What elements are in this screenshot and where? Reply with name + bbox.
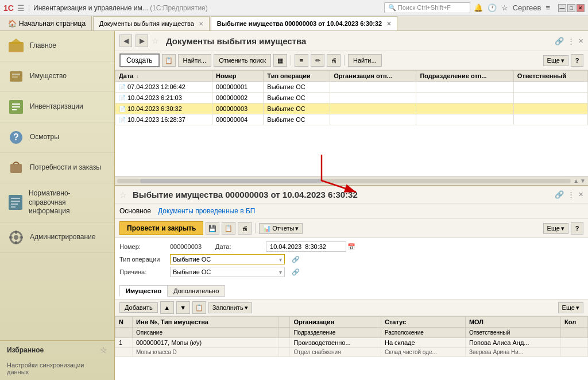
tab-main[interactable]: Основное <box>119 206 151 216</box>
form-header: ☆ Выбытие имущества 000000003 от 10.04.2… <box>115 186 588 204</box>
doc-list-star-icon[interactable]: ☆ <box>152 36 159 45</box>
inner-table-header: N Инв №, Тип имущества Организация Стату… <box>115 317 588 328</box>
scroll-down-icon[interactable]: ▼ <box>580 178 586 184</box>
forward-button[interactable]: ▶ <box>136 34 148 47</box>
sidebar-sync[interactable]: Настройки синхронизации данных <box>0 359 114 380</box>
reports-icon: 📊 <box>263 225 271 232</box>
cancel-search-button[interactable]: Отменить поиск <box>214 54 271 67</box>
tab-doc-list-close[interactable]: ✕ <box>199 21 203 27</box>
form-row-optype: Тип операции Выбытие ОС ▾ 🔗 <box>119 254 583 264</box>
find-button[interactable]: Найти... <box>178 54 212 67</box>
sidebar-item-inspections[interactable]: ? Осмотры <box>0 122 114 153</box>
tab-doc-list[interactable]: Документы выбытия имущества ✕ <box>93 16 210 30</box>
move-up-icon[interactable]: ▲ <box>160 301 174 314</box>
find2-button[interactable]: Найти... <box>348 54 382 67</box>
form-more-button[interactable]: Еще ▾ <box>543 223 568 234</box>
doc-list-link-icon[interactable]: 🔗 <box>555 37 564 45</box>
inner-tab-extra[interactable]: Дополнительно <box>167 285 225 297</box>
col-date: Дата ↓ <box>115 71 212 82</box>
window-controls[interactable]: — □ ✕ <box>558 4 585 12</box>
form-help-button[interactable]: ? <box>571 222 583 235</box>
form-copy-icon[interactable]: 📋 <box>222 222 235 235</box>
move-down-icon[interactable]: ▼ <box>176 301 190 314</box>
sidebar-item-normative[interactable]: Нормативно-справочная информация <box>0 183 114 222</box>
inner-subcell-qty <box>561 348 588 357</box>
table-row[interactable]: 📄07.04.2023 12:06:42 000000001 Выбытие О… <box>115 82 588 93</box>
submit-button[interactable]: Провести и закрыть <box>119 221 203 235</box>
sidebar-item-property[interactable]: Имущество <box>0 62 114 92</box>
calendar-icon[interactable]: 📅 <box>347 243 355 251</box>
global-search[interactable]: 🔍 Поиск Ctrl+Shift+F <box>384 2 470 13</box>
sidebar-item-inventory[interactable]: Инвентаризации <box>0 92 114 122</box>
edit-icon[interactable]: ✏ <box>311 54 324 67</box>
tab-docs-link[interactable]: Документы проведенные в БП <box>158 207 255 215</box>
home-tab-label: Начальная страница <box>19 20 86 28</box>
more-button[interactable]: Еще ▾ <box>543 55 568 66</box>
tab-home[interactable]: 🏠 Начальная страница <box>2 16 92 30</box>
horizontal-scrollbar[interactable]: ▲ ▼ <box>115 176 588 185</box>
inner-tab-property[interactable]: Имущество <box>119 285 168 297</box>
back-button[interactable]: ◀ <box>119 34 132 47</box>
reason-dropdown-icon[interactable]: ▾ <box>279 269 282 275</box>
history-icon[interactable]: 🕐 <box>488 3 497 12</box>
inner-table-subheader: Описание Подразделение Расположение Отве… <box>115 328 588 338</box>
table-row[interactable]: 📄10.04.2023 6:21:03 000000002 Выбытие ОС <box>115 93 588 103</box>
favorites-icon[interactable]: ☆ <box>501 3 508 12</box>
main-layout: Главное Имущество Инвентари <box>0 31 588 380</box>
tab-form-label: Выбытие имущества 000000003 от 10.04.202… <box>217 20 382 27</box>
add-button[interactable]: Добавить <box>119 302 158 313</box>
list-icon[interactable]: ≡ <box>295 54 308 67</box>
help-button[interactable]: ? <box>571 54 583 67</box>
scroll-up-icon[interactable]: ▲ <box>573 178 579 184</box>
table-row[interactable]: 📄10.04.2023 16:28:37 000000004 Выбытие О… <box>115 114 588 125</box>
reason-link-icon[interactable]: 🔗 <box>292 268 300 276</box>
form-link-icon[interactable]: 🔗 <box>555 190 564 199</box>
form-row-reason: Причина: Выбытие ОС ▾ 🔗 <box>119 267 583 277</box>
inner-more-button[interactable]: Еще ▾ <box>558 302 583 313</box>
form-print-icon[interactable]: 🖨 <box>238 222 252 235</box>
optype-dropdown-icon[interactable]: ▾ <box>279 256 282 263</box>
form-fields: Номер: 000000003 Дата: 📅 Тип операции Вы… <box>115 238 588 281</box>
date-field[interactable]: 📅 <box>266 241 355 252</box>
tab-form-close[interactable]: ✕ <box>386 21 391 27</box>
table-row-selected[interactable]: 📄10.04.2023 6:30:32 000000003 Выбытие ОС <box>115 103 588 114</box>
sidebar-item-main[interactable]: Главное <box>0 31 114 62</box>
cell-resp <box>513 93 587 103</box>
maximize-button[interactable]: □ <box>567 4 575 12</box>
minimize-button[interactable]: — <box>558 4 566 12</box>
reason-select[interactable]: Выбытие ОС ▾ <box>170 267 285 277</box>
create-button[interactable]: Создать <box>119 53 160 67</box>
doc-list-more-icon[interactable]: ⋮ <box>567 37 575 45</box>
form-more-icon[interactable]: ⋮ <box>567 190 575 199</box>
form-toolbar-sep <box>255 223 256 233</box>
inner-subcol-resp: Ответственный <box>465 328 560 338</box>
settings-icon[interactable]: ≡ <box>546 3 550 12</box>
fill-button[interactable]: Заполнить ▾ <box>208 302 252 313</box>
sidebar-item-needs[interactable]: Потребности и заказы <box>0 153 114 183</box>
form-close-icon[interactable]: ✕ <box>578 191 583 198</box>
close-button[interactable]: ✕ <box>577 4 585 12</box>
svg-rect-19 <box>15 231 17 234</box>
sidebar-item-admin[interactable]: Администрирование <box>0 222 114 253</box>
inner-subcell-desc: Мопы класса D <box>133 348 278 357</box>
doc-list-close-icon[interactable]: ✕ <box>578 37 583 45</box>
form-reports-button[interactable]: 📊 Отчеты ▾ <box>259 223 303 234</box>
copy-icon[interactable]: 📋 <box>162 54 176 67</box>
inner-copy-icon[interactable]: 📋 <box>192 301 206 314</box>
optype-select[interactable]: Выбытие ОС ▾ <box>170 254 285 264</box>
inner-cell-org: Производственно... <box>290 338 381 348</box>
notification-icon[interactable]: 🔔 <box>474 3 483 12</box>
filter-icon[interactable]: ▦ <box>273 54 287 67</box>
form-save-icon[interactable]: 💾 <box>206 222 219 235</box>
doc-list-toolbar: Создать 📋 Найти... Отменить поиск ▦ ≡ ✏ … <box>115 51 588 70</box>
optype-link-icon[interactable]: 🔗 <box>292 256 300 263</box>
inner-table-row[interactable]: 1 000000017, Мопы (к/у) Производственно.… <box>115 338 588 348</box>
date-input[interactable] <box>266 241 346 252</box>
print-icon[interactable]: 🖨 <box>327 54 341 67</box>
favorites-star-icon[interactable]: ☆ <box>100 346 107 355</box>
sidebar-item-main-label: Главное <box>30 41 56 51</box>
cell-date: 📄07.04.2023 12:06:42 <box>115 82 212 93</box>
form-star-icon[interactable]: ☆ <box>119 190 127 199</box>
tab-form[interactable]: Выбытие имущества 000000003 от 10.04.202… <box>211 16 397 30</box>
menu-icon[interactable]: ☰ <box>17 3 25 13</box>
